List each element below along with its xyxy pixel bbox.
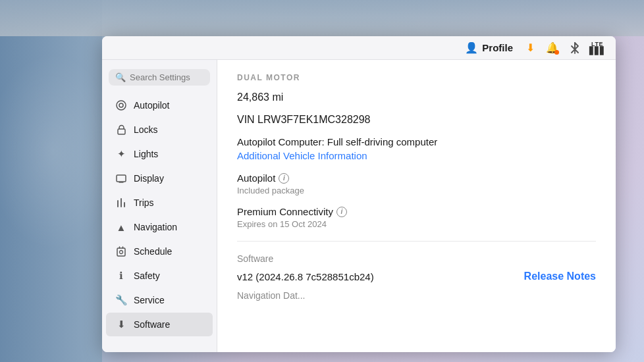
svg-rect-3 (117, 175, 126, 182)
sidebar: 🔍 Autopilot (102, 60, 217, 352)
autopilot-included: Included package (237, 186, 596, 195)
notification-dot (554, 50, 559, 55)
service-label: Service (134, 295, 165, 305)
display-label: Display (134, 173, 164, 184)
search-input[interactable] (130, 72, 203, 82)
autopilot-computer-row: Autopilot Computer: Full self-driving co… (237, 136, 596, 162)
navigation-label: Navigation (134, 222, 177, 232)
software-icon: ⬇ (115, 319, 127, 330)
sidebar-item-safety[interactable]: ℹ Safety (106, 264, 213, 288)
autopilot-info-icon[interactable]: i (279, 173, 289, 184)
autopilot-icon (115, 99, 127, 111)
status-bar: 👤 Profile ⬇ 🔔 LTE ▋▋▋ (102, 36, 616, 60)
vehicle-subtitle: DUAL MOTOR (237, 73, 596, 82)
autopilot-feature-label: Autopilot (237, 172, 275, 184)
main-content: 🔍 Autopilot (102, 60, 616, 352)
sidebar-item-service[interactable]: 🔧 Service (106, 288, 213, 312)
connectivity-feature-section: Premium Connectivity i Expires on 15 Oct… (237, 206, 596, 229)
schedule-icon (115, 246, 127, 257)
sidebar-item-autopilot[interactable]: Autopilot (106, 93, 213, 117)
lights-label: Lights (134, 149, 158, 159)
service-icon: 🔧 (115, 294, 127, 306)
search-bar[interactable]: 🔍 (109, 69, 210, 86)
connectivity-info-icon[interactable]: i (336, 207, 347, 217)
lte-signal: LTE ▋▋▋ (589, 41, 605, 55)
status-icons: ⬇ 🔔 LTE ▋▋▋ (522, 40, 605, 56)
profile-section[interactable]: 👤 Profile (465, 41, 513, 55)
mileage-row: 24,863 mi (237, 91, 596, 103)
software-version-row: v12 (2024.26.8 7c528851cb24) Release Not… (237, 271, 596, 282)
profile-icon: 👤 (465, 41, 478, 55)
software-label: Software (134, 319, 170, 330)
sidebar-item-trips[interactable]: Trips (106, 191, 213, 215)
sidebar-item-locks[interactable]: Locks (106, 118, 213, 142)
safety-label: Safety (134, 271, 160, 281)
sidebar-item-navigation[interactable]: ▲ Navigation (106, 215, 213, 239)
sidebar-item-schedule[interactable]: Schedule (106, 240, 213, 263)
additional-vehicle-info-link[interactable]: Additional Vehicle Information (237, 150, 367, 161)
locks-label: Locks (134, 124, 158, 135)
svg-rect-4 (117, 248, 125, 256)
safety-icon: ℹ (115, 270, 127, 282)
sidebar-item-software[interactable]: ⬇ Software (106, 313, 213, 336)
search-icon: 🔍 (115, 72, 126, 82)
connectivity-label: Premium Connectivity (237, 206, 333, 217)
trips-label: Trips (134, 197, 154, 208)
sidebar-item-lights[interactable]: ✦ Lights (106, 142, 213, 166)
notification-icon[interactable]: 🔔 (545, 40, 560, 56)
bluetooth-icon[interactable] (567, 40, 583, 56)
trips-icon (115, 197, 127, 209)
autopilot-feature-title: Autopilot i (237, 172, 596, 184)
svg-point-0 (117, 101, 126, 110)
connectivity-expiry: Expires on 15 Oct 2024 (237, 219, 596, 229)
content-area: DUAL MOTOR 24,863 mi VIN LRW3F7EK1MC3282… (217, 60, 616, 352)
software-version-text: v12 (2024.26.8 7c528851cb24) (237, 271, 374, 282)
vin-value: VIN LRW3F7EK1MC328298 (237, 114, 370, 125)
svg-point-1 (119, 103, 123, 107)
tesla-screen: 👤 Profile ⬇ 🔔 LTE ▋▋▋ (102, 36, 616, 352)
schedule-label: Schedule (134, 246, 172, 257)
software-section-label: Software (237, 253, 596, 264)
profile-label: Profile (482, 42, 513, 53)
release-notes-link[interactable]: Release Notes (524, 271, 596, 282)
autopilot-computer-text: Autopilot Computer: Full self-driving co… (237, 136, 596, 147)
nav-data-label: Navigation Dat... (237, 290, 596, 301)
connectivity-feature-title: Premium Connectivity i (237, 206, 596, 217)
navigation-icon: ▲ (115, 221, 127, 233)
vin-row: VIN LRW3F7EK1MC328298 (237, 114, 596, 126)
autopilot-label: Autopilot (134, 100, 169, 111)
lights-icon: ✦ (115, 148, 127, 160)
download-icon[interactable]: ⬇ (522, 40, 538, 56)
svg-rect-2 (118, 129, 125, 134)
autopilot-feature-section: Autopilot i Included package (237, 172, 596, 195)
software-section: Software v12 (2024.26.8 7c528851cb24) Re… (237, 253, 596, 301)
sidebar-item-display[interactable]: Display (106, 167, 213, 190)
mileage-value: 24,863 mi (237, 91, 283, 103)
lock-icon (115, 124, 127, 136)
section-divider (237, 241, 596, 242)
svg-point-5 (120, 251, 123, 254)
display-icon (115, 172, 127, 184)
